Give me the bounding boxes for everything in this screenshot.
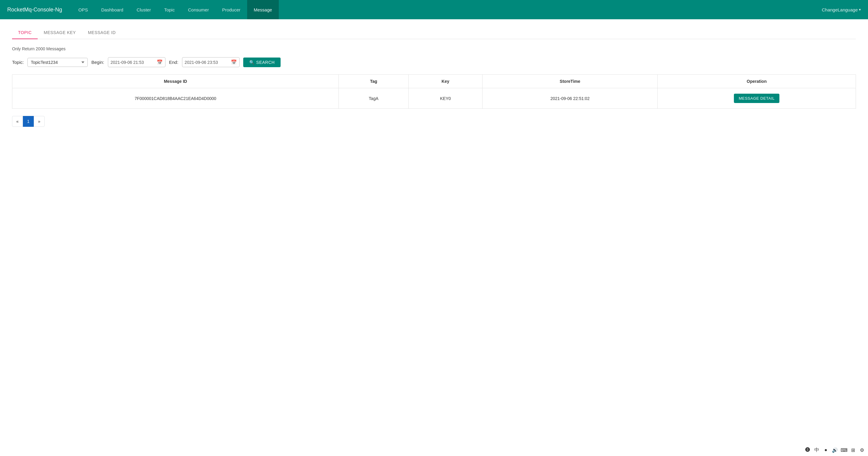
tab-topic[interactable]: TOPIC <box>12 27 38 39</box>
change-language-label: ChangeLanguage <box>822 7 858 12</box>
end-date-wrapper: 📅 <box>182 57 240 67</box>
col-header-operation: Operation <box>658 75 856 88</box>
search-icon: 🔍 <box>249 60 255 65</box>
table-row: 7F000001CAD818B4AAC21EA64D4D0000 TagA KE… <box>12 88 856 109</box>
pagination-page-1[interactable]: 1 <box>23 116 34 127</box>
begin-calendar-icon[interactable]: 📅 <box>157 59 163 65</box>
nav-item-ops[interactable]: OPS <box>72 0 95 19</box>
nav-item-message[interactable]: Message <box>247 0 279 19</box>
nav-item-cluster[interactable]: Cluster <box>130 0 158 19</box>
col-header-key: Key <box>408 75 482 88</box>
pagination: « 1 » <box>12 116 856 127</box>
nav-item-topic[interactable]: Topic <box>158 0 181 19</box>
info-text: Only Return 2000 Messages <box>12 46 856 51</box>
nav-menu: OPS Dashboard Cluster Topic Consumer Pro… <box>72 0 822 19</box>
cell-tag: TagA <box>339 88 408 109</box>
tab-message-id[interactable]: MESSAGE ID <box>82 27 122 39</box>
navbar: RocketMq-Console-Ng OPS Dashboard Cluste… <box>0 0 868 19</box>
nav-item-producer[interactable]: Producer <box>216 0 247 19</box>
main-content: TOPIC MESSAGE KEY MESSAGE ID Only Return… <box>0 19 868 134</box>
topic-select[interactable]: TopicTest1234 <box>27 58 88 67</box>
nav-item-consumer[interactable]: Consumer <box>181 0 216 19</box>
chevron-down-icon: ▾ <box>859 7 861 12</box>
col-header-message-id: Message ID <box>12 75 339 88</box>
begin-label: Begin: <box>91 60 104 65</box>
change-language-menu[interactable]: ChangeLanguage ▾ <box>822 7 861 12</box>
search-button-label: SEARCH <box>256 60 275 65</box>
messages-table: Message ID Tag Key StoreTime Operation 7… <box>12 74 856 109</box>
col-header-store-time: StoreTime <box>483 75 658 88</box>
cell-key: KEY0 <box>408 88 482 109</box>
tab-bar: TOPIC MESSAGE KEY MESSAGE ID <box>12 27 856 39</box>
tab-message-key[interactable]: MESSAGE KEY <box>38 27 82 39</box>
message-detail-button[interactable]: MESSAGE DETAIL <box>734 94 779 103</box>
col-header-tag: Tag <box>339 75 408 88</box>
end-date-input[interactable] <box>185 60 228 65</box>
table-header-row: Message ID Tag Key StoreTime Operation <box>12 75 856 88</box>
begin-date-wrapper: 📅 <box>108 57 165 67</box>
pagination-prev[interactable]: « <box>12 116 23 127</box>
pagination-next[interactable]: » <box>34 116 44 127</box>
topic-label: Topic: <box>12 60 24 65</box>
cell-operation: MESSAGE DETAIL <box>658 88 856 109</box>
search-button[interactable]: 🔍 SEARCH <box>243 58 281 67</box>
begin-date-input[interactable] <box>111 60 154 65</box>
cell-message-id: 7F000001CAD818B4AAC21EA64D4D0000 <box>12 88 339 109</box>
cell-store-time: 2021-09-06 22:51:02 <box>483 88 658 109</box>
nav-item-dashboard[interactable]: Dashboard <box>95 0 130 19</box>
end-label: End: <box>169 60 179 65</box>
end-calendar-icon[interactable]: 📅 <box>231 59 237 65</box>
search-form: Topic: TopicTest1234 Begin: 📅 End: 📅 🔍 S… <box>12 57 856 67</box>
brand-title: RocketMq-Console-Ng <box>7 7 62 13</box>
